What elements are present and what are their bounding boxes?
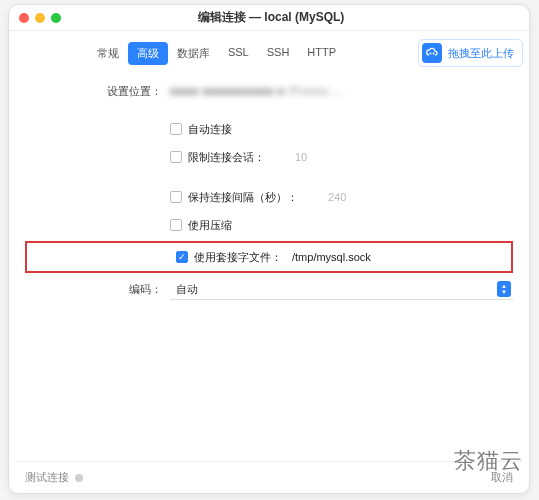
close-icon[interactable]	[19, 13, 29, 23]
row-compression: 使用压缩	[25, 213, 513, 237]
footer: 测试连接 取消	[15, 461, 523, 493]
row-encoding: 编码： 自动 ▲▼	[25, 279, 513, 300]
test-connection-button[interactable]: 测试连接	[25, 470, 69, 485]
row-auto-connect: 自动连接	[25, 117, 513, 141]
row-socket: ✓ 使用套接字文件： /tmp/mysql.sock	[31, 245, 507, 269]
status-dot-icon	[75, 474, 83, 482]
keepalive-value[interactable]: 240	[328, 191, 346, 203]
compression-checkbox[interactable]	[170, 219, 182, 231]
titlebar: 编辑连接 — local (MySQL)	[9, 5, 529, 31]
location-label: 设置位置：	[25, 84, 170, 99]
minimize-icon[interactable]	[35, 13, 45, 23]
limit-sessions-label: 限制连接会话：	[188, 150, 265, 165]
encoding-value: 自动	[176, 282, 198, 297]
keepalive-label: 保持连接间隔（秒）：	[188, 190, 298, 205]
row-keepalive: 保持连接间隔（秒）： 240	[25, 185, 513, 209]
maximize-icon[interactable]	[51, 13, 61, 23]
svg-point-0	[430, 53, 432, 55]
location-value[interactable]: ■■■■ ■■■■■■■■■■ ■ /Premiu ...	[170, 85, 343, 97]
upload-label: 拖拽至此上传	[448, 46, 514, 61]
encoding-select[interactable]: 自动 ▲▼	[170, 279, 513, 300]
cloud-icon	[422, 43, 442, 63]
form-content: 设置位置： ■■■■ ■■■■■■■■■■ ■ /Premiu ... 自动连接…	[15, 75, 523, 461]
encoding-label: 编码：	[25, 282, 170, 297]
tabs-row: 常规 高级 数据库 SSL SSH HTTP 拖拽至此上传	[15, 35, 523, 75]
stepper-icon: ▲▼	[497, 281, 511, 297]
keepalive-checkbox[interactable]	[170, 191, 182, 203]
limit-sessions-value[interactable]: 10	[295, 151, 307, 163]
tab-ssl[interactable]: SSL	[219, 42, 258, 65]
tab-advanced[interactable]: 高级	[128, 42, 168, 65]
socket-label: 使用套接字文件：	[194, 250, 282, 265]
dialog-window: 编辑连接 — local (MySQL) 常规 高级 数据库 SSL SSH H…	[8, 4, 530, 494]
window-title: 编辑连接 — local (MySQL)	[69, 9, 473, 26]
tab-database[interactable]: 数据库	[168, 42, 219, 65]
socket-checkbox[interactable]: ✓	[176, 251, 188, 263]
row-location: 设置位置： ■■■■ ■■■■■■■■■■ ■ /Premiu ...	[25, 79, 513, 103]
tab-http[interactable]: HTTP	[298, 42, 345, 65]
socket-path-input[interactable]: /tmp/mysql.sock	[292, 251, 371, 263]
socket-highlight: ✓ 使用套接字文件： /tmp/mysql.sock	[25, 241, 513, 273]
tab-general[interactable]: 常规	[88, 42, 128, 65]
auto-connect-label: 自动连接	[188, 122, 232, 137]
compression-label: 使用压缩	[188, 218, 232, 233]
auto-connect-checkbox[interactable]	[170, 123, 182, 135]
cancel-button[interactable]: 取消	[491, 470, 513, 485]
tab-ssh[interactable]: SSH	[258, 42, 299, 65]
tabs: 常规 高级 数据库 SSL SSH HTTP	[15, 42, 418, 65]
window-controls	[19, 13, 61, 23]
svg-point-1	[433, 53, 435, 55]
row-limit-sessions: 限制连接会话： 10	[25, 145, 513, 169]
limit-sessions-checkbox[interactable]	[170, 151, 182, 163]
upload-dropzone[interactable]: 拖拽至此上传	[418, 39, 523, 67]
